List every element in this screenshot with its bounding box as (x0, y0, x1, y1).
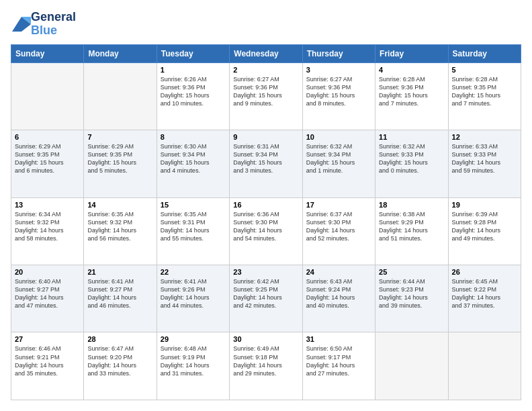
day-of-week-header: Friday (375, 44, 448, 62)
day-info: Sunrise: 6:34 AM Sunset: 9:32 PM Dayligh… (15, 210, 80, 243)
day-number: 30 (233, 335, 298, 343)
day-info: Sunrise: 6:27 AM Sunset: 9:36 PM Dayligh… (306, 75, 371, 108)
calendar-cell: 9Sunrise: 6:31 AM Sunset: 9:34 PM Daylig… (230, 130, 302, 197)
calendar-cell: 7Sunrise: 6:29 AM Sunset: 9:35 PM Daylig… (84, 130, 157, 197)
day-number: 13 (15, 201, 80, 209)
calendar-cell: 5Sunrise: 6:28 AM Sunset: 9:35 PM Daylig… (448, 62, 521, 130)
day-info: Sunrise: 6:47 AM Sunset: 9:20 PM Dayligh… (87, 345, 152, 377)
day-header-row: SundayMondayTuesdayWednesdayThursdayFrid… (11, 44, 521, 62)
calendar-week-row: 27Sunrise: 6:46 AM Sunset: 9:21 PM Dayli… (11, 332, 521, 400)
calendar-cell: 10Sunrise: 6:32 AM Sunset: 9:34 PM Dayli… (302, 130, 375, 197)
day-info: Sunrise: 6:37 AM Sunset: 9:30 PM Dayligh… (306, 210, 371, 243)
calendar-cell (84, 62, 157, 130)
day-number: 14 (87, 201, 152, 209)
day-number: 22 (161, 268, 226, 276)
day-info: Sunrise: 6:46 AM Sunset: 9:21 PM Dayligh… (15, 345, 80, 377)
logo: GeneralBlue (11, 11, 76, 38)
calendar-table: SundayMondayTuesdayWednesdayThursdayFrid… (11, 44, 521, 400)
page: GeneralBlue SundayMondayTuesdayWednesday… (0, 0, 532, 411)
day-number: 20 (15, 268, 80, 276)
day-of-week-header: Wednesday (230, 44, 302, 62)
day-info: Sunrise: 6:31 AM Sunset: 9:34 PM Dayligh… (233, 142, 298, 175)
day-number: 29 (161, 335, 226, 343)
calendar-cell: 24Sunrise: 6:43 AM Sunset: 9:24 PM Dayli… (302, 265, 375, 332)
day-info: Sunrise: 6:29 AM Sunset: 9:35 PM Dayligh… (87, 142, 152, 175)
calendar-cell: 30Sunrise: 6:49 AM Sunset: 9:18 PM Dayli… (230, 332, 302, 400)
day-number: 16 (233, 201, 298, 209)
day-of-week-header: Monday (84, 44, 157, 62)
day-number: 18 (379, 201, 444, 209)
day-info: Sunrise: 6:36 AM Sunset: 9:30 PM Dayligh… (233, 210, 298, 243)
calendar-week-row: 1Sunrise: 6:26 AM Sunset: 9:36 PM Daylig… (11, 62, 521, 130)
day-info: Sunrise: 6:33 AM Sunset: 9:33 PM Dayligh… (452, 142, 517, 175)
day-number: 10 (306, 133, 371, 141)
day-number: 5 (452, 66, 517, 74)
day-of-week-header: Tuesday (157, 44, 229, 62)
day-number: 31 (306, 335, 371, 343)
day-number: 25 (379, 268, 444, 276)
day-info: Sunrise: 6:26 AM Sunset: 9:36 PM Dayligh… (161, 75, 226, 108)
calendar-cell: 13Sunrise: 6:34 AM Sunset: 9:32 PM Dayli… (11, 197, 84, 265)
day-number: 24 (306, 268, 371, 276)
calendar-cell: 20Sunrise: 6:40 AM Sunset: 9:27 PM Dayli… (11, 265, 84, 332)
day-number: 19 (452, 201, 517, 209)
day-info: Sunrise: 6:41 AM Sunset: 9:26 PM Dayligh… (161, 277, 226, 310)
calendar-cell: 4Sunrise: 6:28 AM Sunset: 9:36 PM Daylig… (375, 62, 448, 130)
calendar-cell: 28Sunrise: 6:47 AM Sunset: 9:20 PM Dayli… (84, 332, 157, 400)
day-info: Sunrise: 6:32 AM Sunset: 9:33 PM Dayligh… (379, 142, 444, 175)
day-info: Sunrise: 6:41 AM Sunset: 9:27 PM Dayligh… (87, 277, 152, 310)
calendar-week-row: 20Sunrise: 6:40 AM Sunset: 9:27 PM Dayli… (11, 265, 521, 332)
day-number: 6 (15, 133, 80, 141)
calendar-week-row: 13Sunrise: 6:34 AM Sunset: 9:32 PM Dayli… (11, 197, 521, 265)
day-info: Sunrise: 6:28 AM Sunset: 9:35 PM Dayligh… (452, 75, 517, 108)
calendar-cell (375, 332, 448, 400)
calendar-cell: 26Sunrise: 6:45 AM Sunset: 9:22 PM Dayli… (448, 265, 521, 332)
day-info: Sunrise: 6:32 AM Sunset: 9:34 PM Dayligh… (306, 142, 371, 175)
day-number: 2 (233, 66, 298, 74)
calendar-cell: 21Sunrise: 6:41 AM Sunset: 9:27 PM Dayli… (84, 265, 157, 332)
calendar-week-row: 6Sunrise: 6:29 AM Sunset: 9:35 PM Daylig… (11, 130, 521, 197)
day-info: Sunrise: 6:35 AM Sunset: 9:31 PM Dayligh… (161, 210, 226, 243)
day-number: 15 (161, 201, 226, 209)
day-number: 21 (87, 268, 152, 276)
day-info: Sunrise: 6:42 AM Sunset: 9:25 PM Dayligh… (233, 277, 298, 310)
logo-icon (12, 17, 31, 32)
day-info: Sunrise: 6:40 AM Sunset: 9:27 PM Dayligh… (15, 277, 80, 310)
day-info: Sunrise: 6:43 AM Sunset: 9:24 PM Dayligh… (306, 277, 371, 310)
calendar-cell: 22Sunrise: 6:41 AM Sunset: 9:26 PM Dayli… (157, 265, 229, 332)
day-of-week-header: Saturday (448, 44, 521, 62)
calendar-cell: 23Sunrise: 6:42 AM Sunset: 9:25 PM Dayli… (230, 265, 302, 332)
calendar-cell: 15Sunrise: 6:35 AM Sunset: 9:31 PM Dayli… (157, 197, 229, 265)
day-of-week-header: Thursday (302, 44, 375, 62)
calendar-cell: 17Sunrise: 6:37 AM Sunset: 9:30 PM Dayli… (302, 197, 375, 265)
day-number: 23 (233, 268, 298, 276)
calendar-cell: 3Sunrise: 6:27 AM Sunset: 9:36 PM Daylig… (302, 62, 375, 130)
day-number: 3 (306, 66, 371, 74)
day-number: 28 (87, 335, 152, 343)
calendar-cell: 12Sunrise: 6:33 AM Sunset: 9:33 PM Dayli… (448, 130, 521, 197)
day-info: Sunrise: 6:28 AM Sunset: 9:36 PM Dayligh… (379, 75, 444, 108)
day-number: 1 (161, 66, 226, 74)
calendar-cell: 14Sunrise: 6:35 AM Sunset: 9:32 PM Dayli… (84, 197, 157, 265)
day-number: 7 (87, 133, 152, 141)
day-info: Sunrise: 6:49 AM Sunset: 9:18 PM Dayligh… (233, 345, 298, 377)
day-info: Sunrise: 6:50 AM Sunset: 9:17 PM Dayligh… (306, 345, 371, 377)
day-of-week-header: Sunday (11, 44, 84, 62)
day-number: 26 (452, 268, 517, 276)
day-info: Sunrise: 6:35 AM Sunset: 9:32 PM Dayligh… (87, 210, 152, 243)
day-number: 11 (379, 133, 444, 141)
calendar-cell: 27Sunrise: 6:46 AM Sunset: 9:21 PM Dayli… (11, 332, 84, 400)
calendar-cell: 31Sunrise: 6:50 AM Sunset: 9:17 PM Dayli… (302, 332, 375, 400)
day-info: Sunrise: 6:39 AM Sunset: 9:28 PM Dayligh… (452, 210, 517, 243)
day-number: 12 (452, 133, 517, 141)
header: GeneralBlue (11, 11, 521, 38)
day-number: 8 (161, 133, 226, 141)
day-number: 9 (233, 133, 298, 141)
calendar-cell: 18Sunrise: 6:38 AM Sunset: 9:29 PM Dayli… (375, 197, 448, 265)
day-info: Sunrise: 6:44 AM Sunset: 9:23 PM Dayligh… (379, 277, 444, 310)
calendar-cell: 11Sunrise: 6:32 AM Sunset: 9:33 PM Dayli… (375, 130, 448, 197)
calendar-cell (448, 332, 521, 400)
day-info: Sunrise: 6:48 AM Sunset: 9:19 PM Dayligh… (161, 345, 226, 377)
calendar-cell: 8Sunrise: 6:30 AM Sunset: 9:34 PM Daylig… (157, 130, 229, 197)
day-info: Sunrise: 6:45 AM Sunset: 9:22 PM Dayligh… (452, 277, 517, 310)
